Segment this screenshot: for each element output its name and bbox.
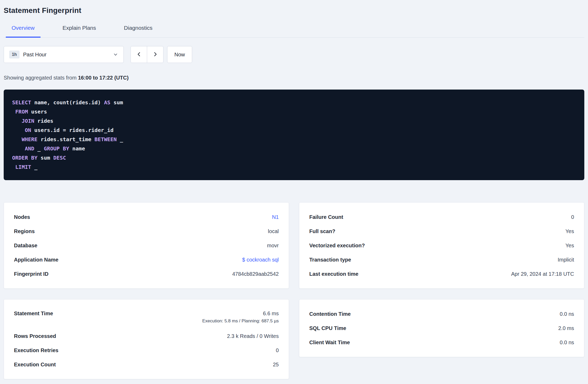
- row-value: 0.0 ns: [560, 311, 574, 317]
- page-title: Statement Fingerprint: [4, 6, 584, 15]
- table-row: Execution Retries 0: [14, 343, 279, 357]
- row-label: Application Name: [14, 257, 58, 263]
- row-label: SQL CPU Time: [309, 325, 346, 331]
- sql-code: SELECT name, count(rides.id) AS sum FROM…: [12, 98, 576, 172]
- chevron-left-icon: [136, 51, 142, 58]
- table-row: Execution Count 25: [14, 357, 279, 372]
- chevron-down-icon: [113, 52, 118, 57]
- statement-details-card: Nodes N1 Regions local Database movr App…: [4, 202, 289, 289]
- row-label: Regions: [14, 228, 35, 234]
- wait-time-card: Contention Time 0.0 ns SQL CPU Time 2.0 …: [299, 299, 584, 357]
- table-row: Vectorized execution? Yes: [309, 238, 574, 253]
- time-range-badge: 1h: [9, 51, 19, 58]
- next-range-button[interactable]: [147, 46, 163, 63]
- table-row: Rows Processed 2.3 k Reads / 0 Writes: [14, 329, 279, 343]
- row-value: 6.6 ms: [263, 310, 279, 317]
- row-label: Last execution time: [309, 271, 358, 277]
- tab-overview[interactable]: Overview: [6, 25, 41, 38]
- row-label: Nodes: [14, 214, 30, 220]
- table-row: Contention Time 0.0 ns: [309, 307, 574, 321]
- row-label: Statement Time: [14, 310, 53, 317]
- row-value: 0: [276, 347, 279, 353]
- table-row: Statement Time 6.6 ms Execution: 5.8 ms …: [14, 307, 279, 329]
- row-value: 2.0 ms: [558, 325, 574, 331]
- table-row: Nodes N1: [14, 210, 279, 224]
- nodes-link[interactable]: N1: [272, 214, 279, 220]
- table-row: SQL CPU Time 2.0 ms: [309, 321, 574, 335]
- row-label: Contention Time: [309, 311, 351, 317]
- row-value: 0.0 ns: [560, 339, 574, 346]
- tab-bar: Overview Explain Plans Diagnostics: [4, 25, 584, 38]
- row-label: Full scan?: [309, 228, 335, 234]
- statement-fingerprint-page: Statement Fingerprint Overview Explain P…: [0, 0, 588, 379]
- row-value: movr: [267, 243, 279, 249]
- sql-statement-box: SELECT name, count(rides.id) AS sum FROM…: [4, 90, 584, 180]
- table-row: Regions local: [14, 224, 279, 238]
- row-label: Execution Retries: [14, 347, 58, 353]
- row-label: Fingerprint ID: [14, 271, 48, 277]
- table-row: Client Wait Time 0.0 ns: [309, 335, 574, 349]
- table-row: Last execution time Apr 29, 2024 at 17:1…: [309, 267, 574, 281]
- row-label: Rows Processed: [14, 333, 56, 339]
- row-label: Failure Count: [309, 214, 343, 220]
- table-row: Transaction type Implicit: [309, 253, 574, 267]
- stats-cards: Nodes N1 Regions local Database movr App…: [4, 202, 584, 379]
- row-label: Transaction type: [309, 257, 351, 263]
- table-row: Application Name $ cockroach sql: [14, 253, 279, 267]
- row-label: Execution Count: [14, 362, 56, 368]
- row-value: local: [268, 228, 279, 234]
- time-range-label: Past Hour: [23, 52, 47, 58]
- tab-explain-plans[interactable]: Explain Plans: [57, 25, 102, 38]
- statement-time-value: 6.6 ms Execution: 5.8 ms / Planning: 687…: [202, 310, 279, 324]
- timing-stats-card: Statement Time 6.6 ms Execution: 5.8 ms …: [4, 299, 289, 379]
- row-label: Client Wait Time: [309, 339, 350, 346]
- row-value: 2.3 k Reads / 0 Writes: [227, 333, 279, 339]
- row-value: Implicit: [558, 257, 574, 263]
- time-range-arrows: [131, 46, 163, 63]
- row-value: Yes: [565, 243, 574, 249]
- time-toolbar: 1h Past Hour: [4, 46, 584, 63]
- tab-diagnostics[interactable]: Diagnostics: [118, 25, 158, 38]
- prev-range-button[interactable]: [131, 46, 147, 63]
- table-row: Database movr: [14, 238, 279, 253]
- chevron-right-icon: [152, 51, 158, 58]
- execution-attributes-card: Failure Count 0 Full scan? Yes Vectorize…: [299, 202, 584, 289]
- row-label: Database: [14, 243, 37, 249]
- row-value: Yes: [565, 228, 574, 234]
- row-label: Vectorized execution?: [309, 243, 365, 249]
- time-range-dropdown[interactable]: 1h Past Hour: [4, 46, 124, 63]
- application-name-link[interactable]: $ cockroach sql: [242, 257, 279, 263]
- row-subvalue: Execution: 5.8 ms / Planning: 687.5 µs: [202, 318, 279, 324]
- stats-range: 16:00 to 17:22 (UTC): [78, 75, 128, 81]
- last-execution-time-value: Apr 29, 2024 at 17:18 UTC: [511, 271, 574, 277]
- table-row: Fingerprint ID 4784cb829aab2542: [14, 267, 279, 281]
- fingerprint-id-value: 4784cb829aab2542: [232, 271, 279, 277]
- row-value: 25: [273, 362, 279, 368]
- stats-prefix: Showing aggregated stats from: [4, 75, 78, 81]
- now-button[interactable]: Now: [167, 46, 192, 63]
- table-row: Failure Count 0: [309, 210, 574, 224]
- aggregated-stats-line: Showing aggregated stats from 16:00 to 1…: [4, 75, 584, 81]
- row-value: 0: [571, 214, 574, 220]
- table-row: Full scan? Yes: [309, 224, 574, 238]
